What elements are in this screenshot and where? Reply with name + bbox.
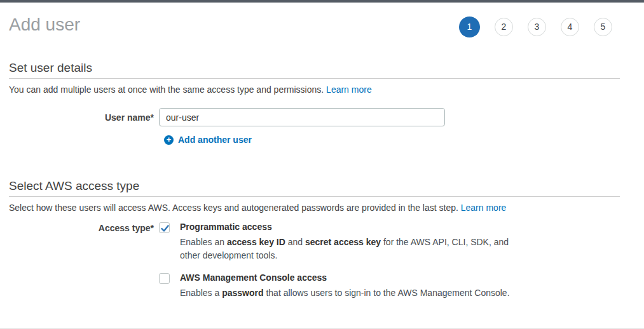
step-1-indicator: 1 bbox=[459, 17, 480, 37]
add-user-page: { "colors": { "topbar": "#545b64", "acce… bbox=[0, 0, 644, 329]
add-another-user-label: Add another user bbox=[178, 135, 252, 145]
user-details-intro: You can add multiple users at once with … bbox=[9, 84, 620, 95]
plus-circle-icon: + bbox=[164, 135, 174, 145]
access-type-intro: Select how these users will access AWS. … bbox=[9, 203, 620, 213]
desc-text: that allows users to sign-in to the AWS … bbox=[264, 288, 510, 298]
section-heading-access-type: Select AWS access type bbox=[9, 178, 620, 193]
user-name-row: User name* bbox=[9, 108, 620, 126]
learn-more-link-access-type[interactable]: Learn more bbox=[461, 203, 507, 213]
desc-bold-secret-access-key: secret access key bbox=[305, 237, 381, 247]
access-type-row: Access type* Programmatic access Enables… bbox=[9, 222, 620, 300]
desc-bold-access-key-id: access key ID bbox=[227, 237, 285, 247]
desc-bold-password: password bbox=[222, 288, 263, 298]
step-3-indicator: 3 bbox=[528, 18, 546, 36]
access-type-intro-text: Select how these users will access AWS. … bbox=[9, 203, 458, 213]
section-divider bbox=[9, 196, 620, 197]
step-2-indicator: 2 bbox=[495, 18, 513, 36]
access-type-label: Access type* bbox=[9, 222, 159, 233]
learn-more-link-user-details[interactable]: Learn more bbox=[326, 84, 372, 95]
programmatic-access-option: Programmatic access Enables an access ke… bbox=[159, 222, 514, 262]
checkbox-console-access[interactable] bbox=[159, 273, 170, 284]
desc-text: Enables a bbox=[180, 288, 222, 298]
user-details-intro-text: You can add multiple users at once with … bbox=[9, 84, 324, 95]
console-access-option: AWS Management Console access Enables a … bbox=[159, 273, 514, 300]
console-access-text: AWS Management Console access Enables a … bbox=[180, 273, 514, 300]
programmatic-access-description: Enables an access key ID and secret acce… bbox=[180, 236, 514, 262]
step-4-indicator: 4 bbox=[561, 18, 579, 36]
wizard-header: Add user 1 2 3 4 5 bbox=[0, 3, 644, 37]
checkbox-programmatic-access[interactable] bbox=[159, 222, 170, 233]
section-divider bbox=[9, 78, 620, 79]
user-name-label: User name* bbox=[9, 108, 159, 123]
step-5-indicator: 5 bbox=[594, 18, 612, 36]
programmatic-access-text: Programmatic access Enables an access ke… bbox=[180, 222, 514, 262]
section-heading-user-details: Set user details bbox=[9, 60, 620, 75]
programmatic-access-title: Programmatic access bbox=[180, 222, 514, 232]
console-access-description: Enables a password that allows users to … bbox=[180, 286, 514, 300]
add-another-user-button[interactable]: + Add another user bbox=[164, 135, 620, 145]
check-icon bbox=[160, 224, 170, 233]
wizard-step-indicator: 1 2 3 4 5 bbox=[459, 16, 612, 37]
desc-text: and bbox=[285, 237, 305, 247]
user-name-input[interactable] bbox=[159, 108, 445, 126]
console-access-title: AWS Management Console access bbox=[180, 273, 514, 283]
access-type-options: Programmatic access Enables an access ke… bbox=[159, 222, 514, 300]
page-title: Add user bbox=[9, 14, 80, 35]
desc-text: Enables an bbox=[180, 237, 227, 247]
